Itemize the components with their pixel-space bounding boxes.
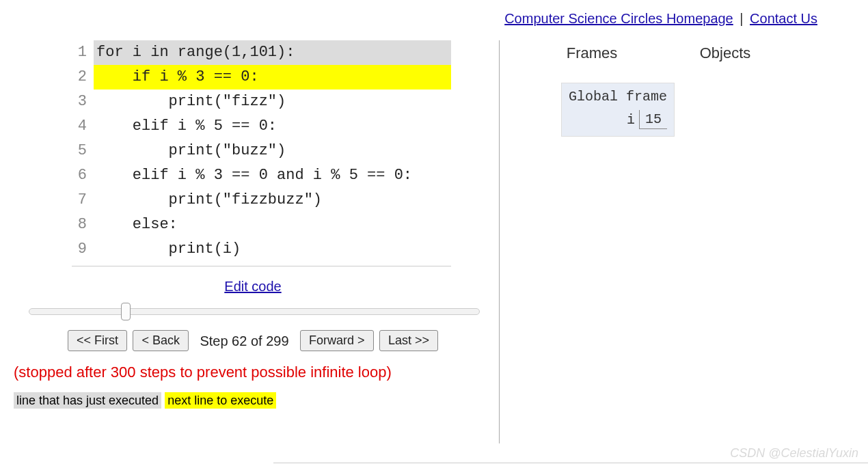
variable-name: i [627, 112, 639, 128]
back-button[interactable]: < Back [133, 330, 189, 351]
step-controls: << First < Back Step 62 of 299 Forward >… [14, 330, 492, 351]
pane-divider [499, 40, 500, 443]
frame-title: Global frame [569, 89, 667, 105]
code-line: 4 elif i % 5 == 0: [72, 114, 451, 139]
legend-next: next line to execute [165, 392, 276, 409]
code-line: 1for i in range(1,101): [72, 40, 451, 65]
code-text: print("fizzbuzz") [94, 188, 451, 213]
line-number: 3 [72, 90, 94, 114]
code-text: elif i % 3 == 0 and i % 5 == 0: [94, 163, 451, 188]
code-line: 5 print("buzz") [72, 139, 451, 163]
code-text: else: [94, 213, 451, 237]
global-frame: Global frame i 15 [561, 83, 675, 137]
last-button[interactable]: Last >> [379, 330, 438, 351]
watermark: CSDN @CelestialYuxin [730, 446, 858, 461]
edit-code-link[interactable]: Edit code [224, 279, 281, 294]
variable-row: i 15 [569, 110, 667, 129]
step-slider[interactable] [29, 305, 480, 318]
code-listing: 1for i in range(1,101):2 if i % 3 == 0:3… [72, 40, 451, 266]
line-number: 6 [72, 163, 94, 188]
contact-link[interactable]: Contact Us [750, 11, 817, 26]
code-line: 9 print(i) [72, 237, 451, 262]
code-text: if i % 3 == 0: [94, 65, 451, 90]
homepage-link[interactable]: Computer Science Circles Homepage [504, 11, 733, 26]
first-button[interactable]: << First [68, 330, 127, 351]
code-line: 8 else: [72, 213, 451, 237]
line-number: 2 [72, 65, 94, 90]
legend-executed: line that has just executed [14, 392, 161, 409]
line-number: 9 [72, 237, 94, 262]
right-pane: Frames Objects Global frame i 15 [506, 40, 868, 443]
left-pane: 1for i in range(1,101):2 if i % 3 == 0:3… [14, 40, 492, 443]
link-separator: | [736, 11, 747, 26]
variable-value: 15 [639, 110, 667, 129]
code-text: print("buzz") [94, 139, 451, 163]
bottom-rule [273, 463, 868, 463]
code-text: print(i) [94, 237, 451, 262]
code-text: for i in range(1,101): [94, 40, 451, 65]
line-number: 4 [72, 114, 94, 139]
code-text: elif i % 5 == 0: [94, 114, 451, 139]
code-text: print("fizz") [94, 90, 451, 114]
line-number: 8 [72, 213, 94, 237]
line-number: 5 [72, 139, 94, 163]
top-links: Computer Science Circles Homepage | Cont… [0, 0, 868, 33]
forward-button[interactable]: Forward > [300, 330, 374, 351]
line-number: 7 [72, 188, 94, 213]
objects-header: Objects [664, 44, 787, 62]
code-line: 3 print("fizz") [72, 90, 451, 114]
code-line: 7 print("fizzbuzz") [72, 188, 451, 213]
legend: line that has just executed next line to… [14, 394, 492, 408]
code-line: 2 if i % 3 == 0: [72, 65, 451, 90]
step-label: Step 62 of 299 [200, 333, 288, 349]
line-number: 1 [72, 40, 94, 65]
code-line: 6 elif i % 3 == 0 and i % 5 == 0: [72, 163, 451, 188]
frames-header: Frames [520, 44, 664, 62]
warning-text: (stopped after 300 steps to prevent poss… [14, 364, 492, 381]
